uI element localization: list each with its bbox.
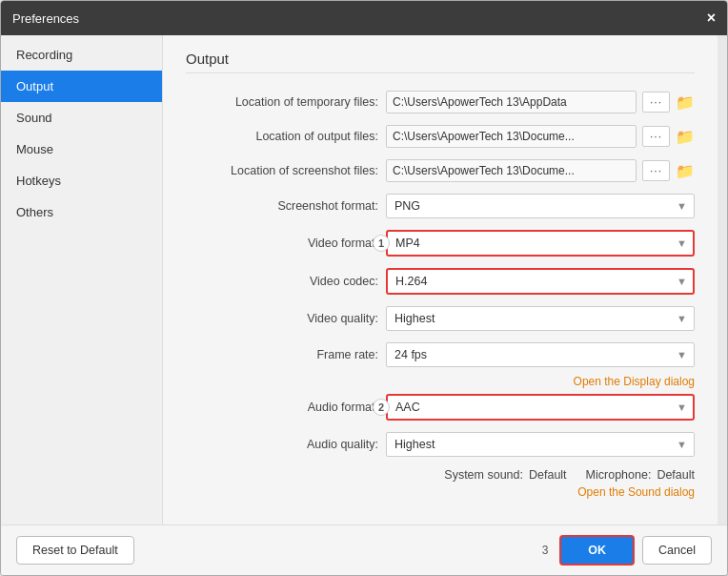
output-files-dots-button[interactable]: ··· — [642, 126, 670, 147]
video-format-row: 1 Video format: MP4 ▼ — [186, 230, 695, 257]
video-codec-row: Video codec: H.264 ▼ — [186, 268, 695, 295]
screenshot-format-row: Screenshot format: PNG ▼ — [186, 194, 695, 218]
output-files-row: Location of output files: C:\Users\Apowe… — [186, 125, 695, 148]
system-sound-item: System sound: Default — [444, 468, 566, 482]
output-files-control: C:\Users\ApowerTech 13\Docume... ··· 📁 — [386, 125, 695, 148]
screenshot-files-row: Location of screenshot files: C:\Users\A… — [186, 159, 695, 182]
sidebar-item-hotkeys[interactable]: Hotkeys — [1, 165, 162, 196]
audio-format-wrapper: AAC ▼ — [386, 394, 695, 421]
audio-format-row: 2 Audio format: AAC ▼ — [186, 394, 695, 421]
audio-quality-wrapper: Highest ▼ — [386, 432, 695, 457]
footer-ok-area: 3 OK Cancel — [542, 535, 712, 566]
temp-files-path: C:\Users\ApowerTech 13\AppData — [386, 91, 637, 113]
screenshot-format-wrapper: PNG ▼ — [386, 194, 695, 218]
temp-files-dots-button[interactable]: ··· — [642, 92, 670, 113]
audio-format-label: Audio format: — [186, 401, 386, 414]
frame-rate-label: Frame rate: — [186, 348, 386, 361]
screenshot-format-control: PNG ▼ — [386, 194, 695, 218]
video-codec-select[interactable]: H.264 — [386, 268, 695, 295]
video-quality-select[interactable]: Highest — [386, 306, 695, 331]
output-files-label: Location of output files: — [186, 130, 386, 143]
step1-badge: 1 — [373, 235, 390, 252]
sidebar: Recording Output Sound Mouse Hotkeys Oth… — [1, 35, 163, 525]
video-format-wrapper: MP4 ▼ — [386, 230, 695, 257]
sidebar-item-output[interactable]: Output — [1, 71, 162, 102]
open-display-dialog-link[interactable]: Open the Display dialog — [574, 375, 695, 388]
screenshot-files-dots-button[interactable]: ··· — [642, 160, 670, 181]
display-dialog-row: Open the Display dialog — [186, 375, 695, 388]
audio-quality-control: Highest ▼ — [386, 432, 695, 457]
microphone-label: Microphone: — [586, 468, 652, 482]
footer: Reset to Default 3 OK Cancel — [1, 525, 727, 575]
screenshot-files-label: Location of screenshot files: — [186, 164, 386, 177]
section-title: Output — [186, 51, 695, 73]
step3-badge: 3 — [542, 544, 549, 557]
audio-format-select[interactable]: AAC — [386, 394, 695, 421]
screenshot-format-select[interactable]: PNG — [386, 194, 695, 218]
video-codec-label: Video codec: — [186, 275, 386, 288]
window-title: Preferences — [12, 11, 79, 26]
video-format-select[interactable]: MP4 — [386, 230, 695, 257]
content-area: Recording Output Sound Mouse Hotkeys Oth… — [1, 35, 727, 525]
temp-files-label: Location of temporary files: — [186, 95, 386, 109]
video-format-label: Video format: — [186, 237, 386, 250]
video-quality-label: Video quality: — [186, 312, 386, 325]
titlebar: Preferences × — [1, 1, 727, 35]
audio-quality-label: Audio quality: — [186, 438, 386, 451]
temp-files-row: Location of temporary files: C:\Users\Ap… — [186, 91, 695, 113]
close-button[interactable]: × — [707, 10, 716, 27]
system-sound-label: System sound: — [444, 468, 523, 482]
system-sound-value: Default — [529, 468, 567, 482]
sound-dialog-row: Open the Sound dialog — [186, 485, 695, 499]
main-area: Output Location of temporary files: C:\U… — [163, 35, 718, 525]
main-content: Output Location of temporary files: C:\U… — [163, 35, 718, 525]
output-files-path: C:\Users\ApowerTech 13\Docume... — [386, 125, 637, 148]
screenshot-files-folder-button[interactable]: 📁 — [676, 162, 695, 180]
video-format-control: MP4 ▼ — [386, 230, 695, 257]
cancel-button[interactable]: Cancel — [642, 536, 712, 565]
open-sound-dialog-link[interactable]: Open the Sound dialog — [577, 485, 695, 499]
screenshot-format-label: Screenshot format: — [186, 199, 386, 213]
temp-files-control: C:\Users\ApowerTech 13\AppData ··· 📁 — [386, 91, 695, 113]
screenshot-files-control: C:\Users\ApowerTech 13\Docume... ··· 📁 — [386, 159, 695, 182]
sidebar-item-recording[interactable]: Recording — [1, 39, 162, 71]
screenshot-files-path: C:\Users\ApowerTech 13\Docume... — [386, 159, 637, 182]
microphone-item: Microphone: Default — [586, 468, 695, 482]
frame-rate-select[interactable]: 24 fps — [386, 342, 695, 367]
reset-button[interactable]: Reset to Default — [16, 536, 134, 565]
frame-rate-control: 24 fps ▼ — [386, 342, 695, 367]
sidebar-item-others[interactable]: Others — [1, 196, 162, 228]
sidebar-item-sound[interactable]: Sound — [1, 102, 162, 134]
step2-badge: 2 — [373, 399, 390, 416]
audio-quality-select[interactable]: Highest — [386, 432, 695, 457]
audio-quality-row: Audio quality: Highest ▼ — [186, 432, 695, 457]
video-quality-row: Video quality: Highest ▼ — [186, 306, 695, 331]
sidebar-item-mouse[interactable]: Mouse — [1, 134, 162, 165]
ok-button[interactable]: OK — [559, 535, 635, 566]
scrollbar[interactable] — [718, 35, 727, 525]
video-quality-wrapper: Highest ▼ — [386, 306, 695, 331]
microphone-value: Default — [657, 468, 695, 482]
video-quality-control: Highest ▼ — [386, 306, 695, 331]
preferences-window: Preferences × Recording Output Sound Mou… — [0, 0, 728, 576]
output-files-folder-button[interactable]: 📁 — [676, 128, 695, 146]
audio-format-control: AAC ▼ — [386, 394, 695, 421]
temp-files-folder-button[interactable]: 📁 — [676, 93, 695, 112]
sound-row: System sound: Default Microphone: Defaul… — [186, 468, 695, 482]
frame-rate-wrapper: 24 fps ▼ — [386, 342, 695, 367]
frame-rate-row: Frame rate: 24 fps ▼ — [186, 342, 695, 367]
video-codec-wrapper: H.264 ▼ — [386, 268, 695, 295]
video-codec-control: H.264 ▼ — [386, 268, 695, 295]
